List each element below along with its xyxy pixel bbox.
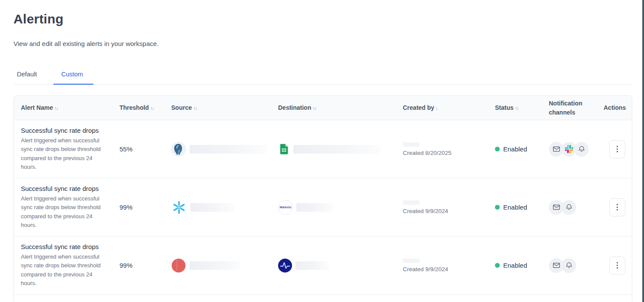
tab-default[interactable]: Default <box>13 71 42 84</box>
table-row: Successful sync rate drops Alert trigger… <box>14 120 632 178</box>
destination-cell <box>278 259 403 272</box>
postgresql-icon <box>171 142 186 157</box>
source-name-redacted <box>189 261 240 270</box>
bell-channel-icon <box>561 258 576 273</box>
table-row: Successful sync rate drops Alert trigger… <box>14 178 632 236</box>
column-header-threshold[interactable]: Threshold↑↓ <box>120 103 171 112</box>
google-sheets-icon <box>278 143 290 155</box>
status-cell: Enabled <box>495 262 549 269</box>
created-by-cell: Created 9/9/2024 <box>403 200 495 214</box>
sort-icon[interactable]: ↑↓ <box>515 105 518 111</box>
actions-cell <box>604 140 625 158</box>
table-header-row: Alert Name↑↓ Threshold↑↓ Source↑↓ Destin… <box>14 96 632 120</box>
destination-cell: Marketo <box>278 200 403 215</box>
source-name-redacted <box>190 203 234 212</box>
destination-name-redacted <box>293 145 380 154</box>
created-by-name-redacted <box>403 259 419 263</box>
column-header-created-by[interactable]: Created by↓ <box>403 103 495 112</box>
alerts-table: Alert Name↑↓ Threshold↑↓ Source↑↓ Destin… <box>13 95 632 302</box>
bell-channel-icon <box>561 200 576 215</box>
threshold-value: 99% <box>120 262 171 269</box>
alert-description: Alert triggered when successful sync rat… <box>21 194 102 230</box>
threshold-value: 55% <box>120 145 171 153</box>
alert-name-cell: Successful sync rate drops Alert trigger… <box>21 185 120 230</box>
alerting-page: Alerting View and edit all existing aler… <box>0 12 644 302</box>
notification-channels-cell <box>549 200 604 215</box>
column-header-actions: Actions <box>604 103 632 112</box>
destination-name-redacted <box>295 261 329 270</box>
destination-name-redacted <box>296 203 333 212</box>
source-cell <box>171 258 278 273</box>
threshold-value: 99% <box>120 204 171 211</box>
created-date: Created 9/9/2024 <box>403 266 495 272</box>
created-by-name-redacted <box>403 142 419 147</box>
created-by-name-redacted <box>403 200 419 205</box>
snowflake-icon <box>171 200 187 215</box>
marketo-icon: Marketo <box>278 200 293 215</box>
row-actions-menu-button[interactable] <box>609 140 625 158</box>
tab-custom[interactable]: Custom <box>58 71 88 84</box>
alert-name: Successful sync rate drops <box>21 127 120 134</box>
alert-description: Alert triggered when successful sync rat… <box>21 136 102 171</box>
status-enabled-dot <box>495 263 500 268</box>
status-badge: Enabled <box>503 204 527 211</box>
sort-icon[interactable]: ↑↓ <box>312 105 316 111</box>
status-badge: Enabled <box>503 145 527 153</box>
actions-cell <box>604 256 625 275</box>
column-header-alert-name[interactable]: Alert Name↑↓ <box>21 103 120 112</box>
column-header-source[interactable]: Source↑↓ <box>171 103 278 112</box>
alert-name-cell: Successful sync rate drops Alert trigger… <box>21 243 120 288</box>
alert-name: Successful sync rate drops <box>21 243 120 250</box>
created-by-cell: Created 9/9/2024 <box>403 259 495 272</box>
alert-name-cell: Successful sync rate drops Alert trigger… <box>21 127 120 171</box>
column-header-notification-channels: Notification channels <box>549 99 604 117</box>
notification-channels-cell <box>549 258 604 273</box>
window-edge <box>642 0 644 302</box>
source-cell <box>171 200 278 215</box>
table-row: Successful sync rate drops Alert trigger… <box>14 236 632 295</box>
page-subtitle: View and edit all existing alerts in you… <box>13 40 632 47</box>
alert-description: Alert triggered when successful sync rat… <box>21 253 102 288</box>
status-enabled-dot <box>495 205 500 210</box>
notification-channels-cell <box>549 142 604 157</box>
sort-icon[interactable]: ↑↓ <box>193 105 196 111</box>
sort-icon[interactable]: ↓ <box>435 105 437 111</box>
sort-icon[interactable]: ↑↓ <box>150 105 154 111</box>
created-by-cell: Created 8/20/2025 <box>403 142 495 156</box>
alert-name: Successful sync rate drops <box>21 185 120 192</box>
page-title: Alerting <box>13 12 632 26</box>
amplitude-icon <box>278 259 292 272</box>
created-date: Created 8/20/2025 <box>403 150 495 156</box>
actions-cell <box>604 198 625 217</box>
tab-bar: Default Custom <box>13 71 632 85</box>
status-badge: Enabled <box>503 262 527 269</box>
row-actions-menu-button[interactable] <box>609 256 625 275</box>
destination-cell <box>278 143 403 155</box>
row-actions-menu-button[interactable] <box>609 198 625 217</box>
created-date: Created 9/9/2024 <box>403 208 495 214</box>
sort-icon[interactable]: ↑↓ <box>54 105 58 111</box>
source-cell <box>171 142 278 157</box>
status-cell: Enabled <box>495 204 549 211</box>
column-header-destination[interactable]: Destination↑↓ <box>278 103 403 112</box>
status-enabled-dot <box>495 147 500 151</box>
source-name-redacted <box>189 145 267 154</box>
table-row-partial <box>14 295 632 302</box>
status-cell: Enabled <box>495 145 549 153</box>
column-header-status[interactable]: Status↑↓ <box>495 103 549 112</box>
red-circle-icon <box>171 258 186 273</box>
bell-channel-icon <box>574 142 589 157</box>
